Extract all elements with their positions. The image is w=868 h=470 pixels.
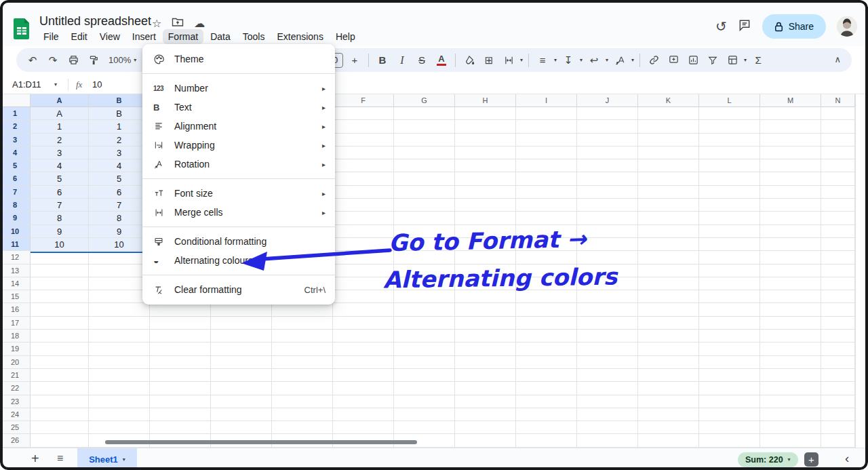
menubar-item-format[interactable]: Format [163, 29, 203, 44]
row-header-7[interactable]: 7 [0, 186, 31, 199]
version-history-icon[interactable]: ↺ [715, 20, 727, 33]
row-header-11[interactable]: 11 [0, 238, 31, 251]
cell-F17[interactable] [333, 317, 394, 330]
hide-toolbar-icon[interactable]: ∧ [834, 54, 841, 64]
cell-G23[interactable] [394, 395, 455, 408]
cell-J5[interactable] [577, 159, 638, 172]
cell-C17[interactable] [150, 317, 211, 330]
cell-B21[interactable] [89, 369, 150, 382]
cell-L21[interactable] [699, 369, 760, 382]
cell-N5[interactable] [821, 159, 855, 172]
cell-L6[interactable] [699, 172, 760, 185]
cell-I2[interactable] [516, 120, 577, 133]
cell-I9[interactable] [516, 212, 577, 224]
row-header-15[interactable]: 15 [0, 290, 31, 303]
column-header-M[interactable]: M [760, 94, 821, 107]
cell-L8[interactable] [699, 199, 760, 212]
cell-C24[interactable] [150, 408, 211, 421]
cell-K3[interactable] [638, 134, 699, 146]
menu-item-merge-cells[interactable]: Merge cells▸ [142, 203, 335, 222]
cell-N4[interactable] [821, 146, 855, 159]
cell-L4[interactable] [699, 146, 760, 159]
cell-A25[interactable] [31, 421, 89, 434]
cell-L22[interactable] [699, 382, 760, 395]
cell-N7[interactable] [821, 186, 855, 199]
cell-H6[interactable] [455, 172, 516, 185]
cell-A3[interactable]: 2 [31, 134, 89, 146]
cell-B1[interactable]: B [89, 107, 150, 120]
row-header-22[interactable]: 22 [0, 382, 31, 395]
cell-J1[interactable] [577, 107, 638, 120]
cell-N18[interactable] [821, 330, 855, 342]
cell-L9[interactable] [699, 212, 760, 224]
cell-F8[interactable] [333, 199, 394, 212]
cell-F4[interactable] [333, 146, 394, 159]
cell-L12[interactable] [699, 251, 760, 264]
cell-N3[interactable] [821, 134, 855, 146]
cell-M11[interactable] [760, 238, 821, 251]
cell-I5[interactable] [516, 159, 577, 172]
text-wrap-icon[interactable]: ↩ [586, 52, 602, 69]
cell-G22[interactable] [394, 382, 455, 395]
cell-B10[interactable]: 9 [89, 225, 150, 238]
menubar-item-tools[interactable]: Tools [237, 29, 271, 44]
cell-A8[interactable]: 7 [31, 199, 89, 212]
cell-J9[interactable] [577, 212, 638, 224]
column-header-A[interactable]: A [31, 94, 89, 107]
cell-G19[interactable] [394, 342, 455, 355]
row-header-3[interactable]: 3 [0, 134, 31, 146]
menubar-item-edit[interactable]: Edit [66, 29, 93, 44]
cell-A5[interactable]: 4 [31, 159, 89, 172]
cell-H19[interactable] [455, 342, 516, 355]
cell-E23[interactable] [272, 395, 333, 408]
row-header-13[interactable]: 13 [0, 265, 31, 277]
cell-B18[interactable] [89, 330, 150, 342]
cell-G25[interactable] [394, 421, 455, 434]
cell-L2[interactable] [699, 120, 760, 133]
merge-cells-icon[interactable] [500, 52, 517, 69]
row-header-25[interactable]: 25 [0, 421, 31, 434]
cell-E25[interactable] [272, 421, 333, 434]
cell-K8[interactable] [638, 199, 699, 212]
row-header-10[interactable]: 10 [0, 225, 31, 238]
cell-K17[interactable] [638, 317, 699, 330]
cell-J8[interactable] [577, 199, 638, 212]
cell-N9[interactable] [821, 212, 855, 224]
column-header-G[interactable]: G [394, 94, 455, 107]
add-sheet-icon[interactable]: + [31, 451, 39, 467]
cell-J10[interactable] [577, 225, 638, 238]
cell-B8[interactable]: 7 [89, 199, 150, 212]
cell-M4[interactable] [760, 146, 821, 159]
cell-B22[interactable] [89, 382, 150, 395]
cell-J19[interactable] [577, 342, 638, 355]
cell-K2[interactable] [638, 120, 699, 133]
cell-F20[interactable] [333, 356, 394, 369]
move-to-folder-icon[interactable] [172, 16, 184, 30]
cell-B4[interactable]: 3 [89, 146, 150, 159]
column-header-K[interactable]: K [638, 94, 699, 107]
cell-C22[interactable] [150, 382, 211, 395]
cell-A24[interactable] [31, 408, 89, 421]
cell-L15[interactable] [699, 290, 760, 303]
cell-A1[interactable]: A [31, 107, 89, 120]
table-views-icon[interactable] [724, 52, 741, 69]
cell-M23[interactable] [760, 395, 821, 408]
cell-B9[interactable]: 8 [89, 212, 150, 224]
cell-F11[interactable] [333, 238, 394, 251]
cell-H17[interactable] [455, 317, 516, 330]
cell-B15[interactable] [89, 290, 150, 303]
cell-E17[interactable] [272, 317, 333, 330]
row-header-16[interactable]: 16 [0, 303, 31, 316]
redo-icon[interactable]: ↷ [45, 52, 61, 69]
cell-L24[interactable] [699, 408, 760, 421]
row-header-6[interactable]: 6 [0, 172, 31, 185]
menubar-item-help[interactable]: Help [330, 29, 361, 44]
cell-H16[interactable] [455, 303, 516, 316]
cell-I26[interactable] [516, 434, 577, 447]
cell-J25[interactable] [577, 421, 638, 434]
cell-A6[interactable]: 5 [31, 172, 89, 185]
row-header-20[interactable]: 20 [0, 356, 31, 369]
cell-D20[interactable] [211, 356, 272, 369]
cell-J23[interactable] [577, 395, 638, 408]
cell-K9[interactable] [638, 212, 699, 224]
